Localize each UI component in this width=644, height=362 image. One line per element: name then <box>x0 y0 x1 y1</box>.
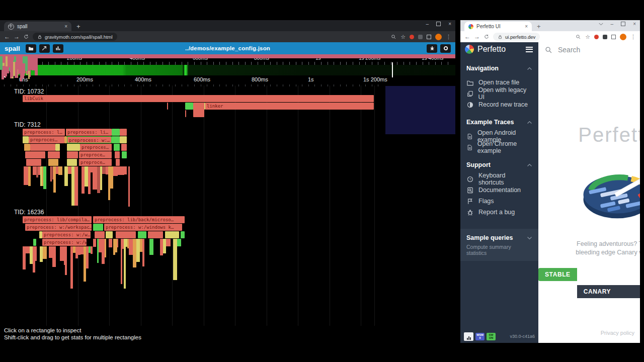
flame-rect[interactable]: preprocess: li… <box>66 129 112 136</box>
flame-noise-bar[interactable] <box>110 166 114 189</box>
extensions-puzzle-icon[interactable] <box>603 35 607 39</box>
sidebar-item-record-new-trace[interactable]: Record new trace <box>460 99 538 110</box>
footer-badge-chart[interactable] <box>464 332 473 341</box>
sidebar-item-open-chrome-example[interactable]: Open Chrome example <box>460 142 538 153</box>
zoom-icon[interactable] <box>391 34 396 40</box>
flame-rect[interactable] <box>114 144 120 151</box>
flame-rect[interactable] <box>185 103 193 110</box>
sidebar-item-open-with-legacy-ui[interactable]: Open with legacy UI <box>460 88 538 99</box>
flame-noise-bar[interactable] <box>166 239 171 246</box>
flame-rect[interactable]: linker <box>205 103 374 110</box>
sidebar-item-keyboard-shortcuts[interactable]: ?Keyboard shortcuts <box>460 173 538 185</box>
flame-noise-bar[interactable] <box>26 246 30 253</box>
flame-noise-bar[interactable] <box>109 239 112 247</box>
flame-noise-bar[interactable] <box>118 166 122 175</box>
flame-rect[interactable]: preprocess: lib/back/microso… <box>93 216 185 223</box>
sidebar-item-report-a-bug[interactable]: Report a bug <box>460 207 538 218</box>
minimize-button[interactable]: – <box>426 21 429 27</box>
reading-mode-icon[interactable] <box>611 35 616 39</box>
back-icon[interactable]: ← <box>464 34 470 40</box>
flame-noise-bar[interactable] <box>33 166 36 175</box>
close-window-button[interactable]: × <box>633 21 636 27</box>
flame-rect[interactable] <box>165 231 179 238</box>
maximize-button[interactable] <box>621 22 625 26</box>
bookmark-star-icon[interactable]: ☆ <box>400 34 406 40</box>
flame-rect[interactable]: preproce… <box>79 151 112 158</box>
flame-noise-bar[interactable] <box>142 239 144 266</box>
flame-noise-bar[interactable] <box>113 166 118 176</box>
flame-rect[interactable]: preprocess: w:… <box>67 136 112 143</box>
flame-noise-bar[interactable] <box>43 246 47 259</box>
flame-rect[interactable] <box>33 239 36 246</box>
tab-perfetto[interactable]: Perfetto UI × <box>464 22 532 31</box>
minimize-button[interactable]: – <box>611 21 614 27</box>
back-icon[interactable]: ← <box>4 34 10 40</box>
profile-avatar[interactable] <box>620 34 626 40</box>
flame-rect[interactable] <box>25 151 45 158</box>
report-bug-button[interactable] <box>427 44 437 53</box>
flame-noise-bar[interactable] <box>24 166 28 185</box>
flame-noise-bar[interactable] <box>93 166 97 190</box>
address-field[interactable]: gravitymoth.com/spall/spall.html <box>33 33 117 41</box>
extension-icon[interactable] <box>594 35 599 39</box>
flame-noise-bar[interactable] <box>52 246 56 267</box>
flame-rect[interactable]: preproce… <box>79 159 112 166</box>
flame-rect[interactable]: preproces… <box>80 144 112 151</box>
section-header-navigation[interactable]: Navigation <box>460 64 538 73</box>
flame-rect[interactable]: preprocess: lib/compila… <box>23 216 92 223</box>
flame-rect[interactable] <box>26 159 41 166</box>
zoom-icon[interactable] <box>576 34 581 40</box>
flame-noise-bar[interactable] <box>91 246 93 254</box>
reload-icon[interactable] <box>484 34 490 40</box>
section-header-sample-queries[interactable]: Sample queries <box>460 233 538 242</box>
overview-selection-highlight[interactable] <box>385 86 455 134</box>
flame-rect[interactable] <box>30 144 55 151</box>
chevron-down-icon[interactable] <box>599 22 603 26</box>
canary-button[interactable]: CANARY <box>577 285 640 298</box>
new-tab-button[interactable]: + <box>76 23 80 30</box>
flame-rect[interactable] <box>95 231 105 238</box>
flame-noise-bar[interactable] <box>124 166 127 174</box>
flame-noise-bar[interactable] <box>136 239 140 262</box>
flame-rect[interactable] <box>106 231 113 238</box>
close-tab-icon[interactable]: × <box>64 24 67 29</box>
flame-noise-bar[interactable] <box>149 239 153 255</box>
flame-noise-bar[interactable] <box>68 166 71 174</box>
flame-rect[interactable] <box>120 136 127 143</box>
forward-icon[interactable]: → <box>474 34 480 40</box>
flame-rect[interactable]: preprocess: w:/w… <box>42 231 91 238</box>
flame-noise-bar[interactable] <box>60 246 64 261</box>
flame-rect[interactable] <box>93 224 103 231</box>
bookmark-star-icon[interactable]: ☆ <box>585 34 590 40</box>
flame-rect[interactable] <box>185 110 186 117</box>
hamburger-menu-icon[interactable] <box>525 46 534 53</box>
flame-noise-bar[interactable] <box>129 239 133 255</box>
flame-noise-bar[interactable] <box>35 246 37 261</box>
sidebar-item-documentation[interactable]: Documentation <box>460 185 538 196</box>
flame-noise-bar[interactable] <box>58 166 62 175</box>
flame-noise-bar[interactable] <box>99 239 102 252</box>
close-window-button[interactable]: × <box>448 21 451 27</box>
tab-spall[interactable]: spall × <box>4 22 71 31</box>
flame-rect[interactable]: preprocess: w:/windows k… <box>104 224 182 231</box>
address-field[interactable]: ui.perfetto.dev <box>493 33 540 41</box>
flame-rect[interactable] <box>67 144 80 151</box>
flame-rect[interactable] <box>138 231 146 238</box>
new-tab-button[interactable]: + <box>537 23 541 30</box>
flame-noise-bar[interactable] <box>93 239 96 247</box>
flame-rect[interactable] <box>122 151 127 158</box>
flame-rect[interactable] <box>67 159 77 166</box>
reload-icon[interactable] <box>23 34 29 40</box>
flame-rect[interactable] <box>48 151 60 158</box>
flame-rect[interactable] <box>116 231 136 238</box>
flame-rect[interactable] <box>167 103 168 110</box>
flame-noise-bar[interactable] <box>43 166 47 189</box>
flame-noise-bar[interactable] <box>64 166 68 186</box>
reading-mode-icon[interactable] <box>427 35 431 39</box>
flame-rect[interactable] <box>148 231 163 238</box>
flame-rect[interactable] <box>24 144 30 151</box>
flame-rect[interactable]: preprocess: w:/w… <box>42 239 87 246</box>
flame-rect[interactable] <box>120 129 127 136</box>
flame-noise-bar[interactable] <box>177 239 181 246</box>
flame-noise-bar[interactable] <box>133 239 136 267</box>
